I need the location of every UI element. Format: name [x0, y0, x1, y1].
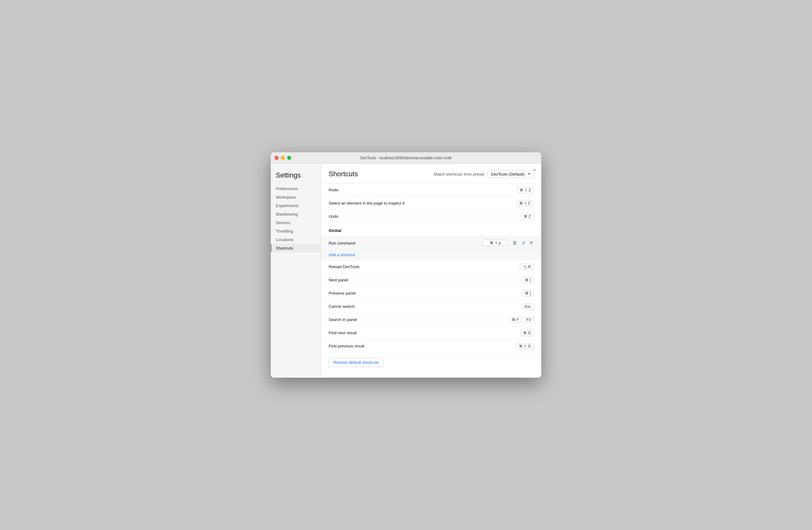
shortcut-keys-find-prev: ⌘ ⇧ G: [516, 343, 534, 349]
shortcut-row-find-next: Find next result ⌘ G: [321, 326, 541, 339]
key-badge-redo: ⌘ ⇧ Z: [517, 187, 534, 193]
shortcut-name-undo: Undo: [329, 214, 521, 219]
shortcut-name-find-prev: Find previous result: [329, 344, 516, 348]
sidebar-item-blackboxing[interactable]: Blackboxing: [271, 210, 321, 219]
key-badge-search-in-panel-2: F3: [524, 317, 534, 323]
shortcut-name-next-panel: Next panel: [329, 278, 522, 282]
shortcut-row-redo: Redo ⌘ ⇧ Z: [321, 183, 541, 197]
edit-actions: ✓ ✕: [522, 239, 534, 247]
shortcut-keys-search-in-panel: ⌘ F F3: [509, 317, 534, 323]
shortcut-name-select-element: Select an element in the page to inspect…: [329, 201, 517, 206]
shortcut-keys-undo: ⌘ Z: [521, 213, 534, 220]
key-badge-undo: ⌘ Z: [521, 213, 534, 220]
shortcut-row-select-element: Select an element in the page to inspect…: [321, 197, 541, 210]
key-badge-next-panel: ⌘ ]: [522, 277, 534, 283]
shortcut-name-run-command: Run command: [329, 241, 483, 246]
shortcut-keys-find-next: ⌘ G: [520, 330, 534, 336]
shortcut-name-reload-devtools: Reload DevTools: [329, 264, 520, 269]
shortcut-table: Redo ⌘ ⇧ Z Select an element in the page…: [321, 183, 541, 353]
titlebar-title: DevTools - localhost:8080/demo/accessibl…: [360, 156, 451, 160]
shortcut-row-cancel-search: Cancel search Esc: [321, 300, 541, 313]
cancel-edit-button[interactable]: ✕: [529, 239, 534, 247]
delete-shortcut-button[interactable]: 🗑: [510, 239, 519, 247]
key-input-run-command[interactable]: ⌘ ⇧ p: [483, 240, 508, 246]
shortcut-keys-next-panel: ⌘ ]: [522, 277, 534, 283]
sidebar-item-experiments[interactable]: Experiments: [271, 201, 321, 210]
sidebar: Settings Preferences Workspace Experimen…: [271, 164, 321, 378]
traffic-lights: [275, 156, 291, 160]
key-badge-reload-devtools: ⌥ R: [520, 264, 534, 270]
shortcut-keys-cancel-search: Esc: [522, 303, 534, 310]
close-traffic-light[interactable]: [275, 156, 279, 160]
sidebar-item-devices[interactable]: Devices: [271, 219, 321, 227]
shortcut-row-previous-panel: Previous panel ⌘ [: [321, 287, 541, 300]
shortcut-row-undo: Undo ⌘ Z: [321, 210, 541, 223]
sidebar-item-locations[interactable]: Locations: [271, 235, 321, 244]
shortcut-row-find-prev: Find previous result ⌘ ⇧ G: [321, 339, 541, 353]
main-panel: × Shortcuts Match shortcuts from preset …: [321, 164, 541, 378]
settings-content: Settings Preferences Workspace Experimen…: [271, 164, 541, 378]
restore-defaults-button[interactable]: Restore default shortcuts: [329, 358, 384, 367]
key-badge-find-prev: ⌘ ⇧ G: [516, 343, 534, 349]
sidebar-item-workspace[interactable]: Workspace: [271, 193, 321, 201]
shortcut-row-run-command: Run command ⌘ ⇧ p 🗑 ✓ ✕: [321, 236, 541, 250]
key-badge-search-in-panel-1: ⌘ F: [509, 317, 522, 323]
sidebar-title: Settings: [271, 169, 321, 184]
key-badge-select-element: ⌘ ⇧ C: [517, 200, 534, 207]
main-header: Shortcuts Match shortcuts from preset De…: [321, 164, 541, 183]
titlebar: DevTools - localhost:8080/demo/accessibl…: [271, 152, 541, 164]
editing-keys-run-command: ⌘ ⇧ p 🗑 ✓ ✕: [483, 239, 534, 247]
preset-select[interactable]: DevTools (Default) Visual Studio Code: [488, 170, 534, 178]
key-badge-previous-panel: ⌘ [: [522, 290, 534, 296]
shortcut-row-reload-devtools: Reload DevTools ⌥ R: [321, 260, 541, 274]
shortcut-keys-reload-devtools: ⌥ R: [520, 264, 534, 270]
shortcut-name-find-next: Find next result: [329, 331, 520, 335]
page-title: Shortcuts: [329, 170, 358, 178]
shortcut-row-next-panel: Next panel ⌘ ]: [321, 274, 541, 287]
key-badge-find-next: ⌘ G: [520, 330, 534, 336]
shortcut-row-search-in-panel: Search in panel ⌘ F F3: [321, 313, 541, 326]
devtools-window: DevTools - localhost:8080/demo/accessibl…: [271, 152, 541, 378]
preset-label: Match shortcuts from preset: [434, 172, 484, 177]
add-shortcut-row: Add a shortcut: [321, 250, 541, 260]
close-button[interactable]: ×: [533, 167, 536, 173]
shortcut-keys-select-element: ⌘ ⇧ C: [517, 200, 534, 207]
shortcut-keys-previous-panel: ⌘ [: [522, 290, 534, 296]
add-shortcut-link[interactable]: Add a shortcut: [329, 252, 355, 257]
shortcut-name-redo: Redo: [329, 187, 517, 192]
maximize-traffic-light[interactable]: [287, 156, 291, 160]
sidebar-item-shortcuts[interactable]: Shortcuts: [271, 244, 321, 252]
shortcut-name-search-in-panel: Search in panel: [329, 317, 509, 322]
sidebar-item-throttling[interactable]: Throttling: [271, 227, 321, 235]
minimize-traffic-light[interactable]: [281, 156, 285, 160]
confirm-edit-button[interactable]: ✓: [522, 239, 526, 247]
shortcut-name-cancel-search: Cancel search: [329, 304, 522, 309]
shortcut-name-previous-panel: Previous panel: [329, 291, 522, 295]
shortcut-keys-redo: ⌘ ⇧ Z: [517, 187, 534, 193]
key-badge-cancel-search: Esc: [522, 303, 534, 310]
sidebar-item-preferences[interactable]: Preferences: [271, 184, 321, 193]
section-title-global: Global: [329, 228, 341, 233]
section-header-global: Global: [321, 223, 541, 236]
preset-row: Match shortcuts from preset DevTools (De…: [434, 170, 534, 178]
